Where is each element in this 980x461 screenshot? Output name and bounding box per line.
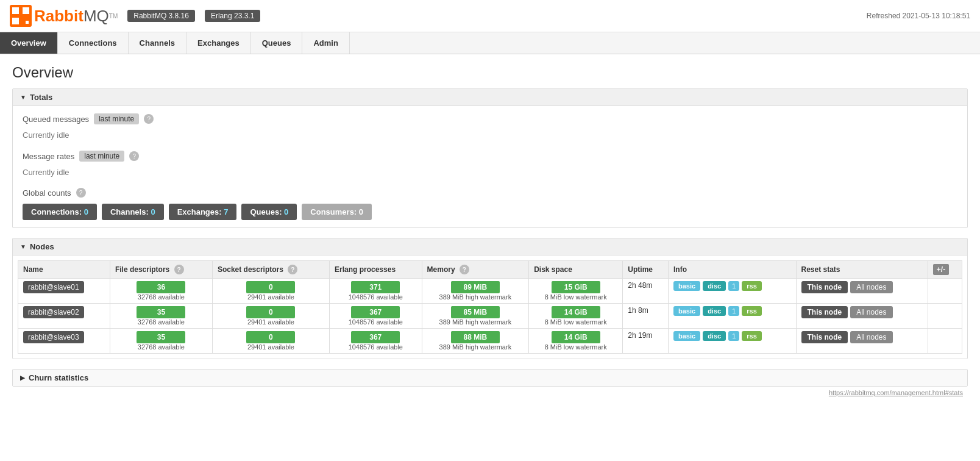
file-desc-cell-1: 35 32768 available (110, 304, 212, 329)
info-disc-0[interactable]: disc (703, 281, 726, 291)
info-basic-1[interactable]: basic (673, 306, 700, 316)
info-rss-0[interactable]: rss (742, 281, 762, 291)
message-rates-time-badge[interactable]: last minute (79, 151, 124, 162)
reset-this-node-btn-2[interactable]: This node (801, 331, 848, 343)
reset-cell-1: This node All nodes (796, 304, 928, 329)
logo: RabbitMQTM (10, 5, 118, 27)
uptime-val-2: 2h 19m (628, 331, 652, 340)
nodes-section-header[interactable]: ▼ Nodes (13, 238, 967, 256)
reset-btns-2: This node All nodes (801, 331, 923, 343)
info-num-2: 1 (728, 331, 739, 341)
reset-this-node-btn-0[interactable]: This node (801, 281, 848, 293)
nav-exchanges[interactable]: Exchanges (186, 32, 251, 54)
extra-cell-2 (928, 329, 962, 354)
churn-section-header[interactable]: ▶ Churn statistics (13, 370, 967, 386)
currently-idle-1: Currently idle (23, 130, 957, 140)
socket-desc-help[interactable]: ? (288, 265, 297, 274)
erlang-proc-val-1: 367 (351, 306, 400, 318)
info-disc-1[interactable]: disc (703, 306, 726, 316)
nav-channels[interactable]: Channels (129, 32, 187, 54)
connections-count-btn[interactable]: Connections: 0 (23, 204, 97, 220)
memory-watermark-0: 389 MiB high watermark (427, 293, 524, 301)
exchanges-val: 7 (224, 207, 228, 216)
page-title: Overview (12, 64, 968, 81)
top-bar: RabbitMQTM RabbitMQ 3.8.16 Erlang 23.3.1… (0, 0, 980, 32)
file-desc-avail-0: 32768 available (115, 293, 207, 301)
global-counts-help-icon[interactable]: ? (76, 188, 86, 198)
reset-cell-0: This node All nodes (796, 279, 928, 304)
col-info: Info (668, 261, 796, 279)
reset-all-nodes-btn-2[interactable]: All nodes (850, 331, 892, 343)
extra-cell-1 (928, 304, 962, 329)
message-rates-help-icon[interactable]: ? (129, 151, 139, 161)
totals-section-header[interactable]: ▼ Totals (13, 89, 967, 106)
queued-time-badge[interactable]: last minute (94, 113, 139, 124)
reset-all-nodes-btn-1[interactable]: All nodes (850, 306, 892, 318)
reset-this-node-btn-1[interactable]: This node (801, 306, 848, 318)
table-row: rabbit@slave02 35 32768 available 0 2940… (18, 304, 962, 329)
main-content: Overview ▼ Totals Queued messages last m… (0, 54, 980, 409)
socket-desc-cell-0: 0 29401 available (212, 279, 329, 304)
plus-minus-btn[interactable]: +/- (933, 264, 949, 275)
queued-messages-row: Queued messages last minute ? (23, 113, 957, 124)
nodes-table: Name File descriptors ? Socket descripto… (18, 260, 962, 354)
connections-val: 0 (84, 207, 88, 216)
file-desc-val-0: 36 (137, 281, 185, 293)
nodes-label: Nodes (30, 242, 54, 251)
channels-val: 0 (151, 207, 155, 216)
erlang-proc-avail-0: 1048576 available (335, 293, 417, 301)
col-erlang-proc: Erlang processes (330, 261, 422, 279)
memory-val-1: 85 MiB (451, 306, 500, 318)
node-name-1[interactable]: rabbit@slave02 (23, 306, 84, 318)
info-rss-1[interactable]: rss (742, 306, 762, 316)
erlang-proc-cell-1: 367 1048576 available (330, 304, 422, 329)
exchanges-count-btn[interactable]: Exchanges: 7 (169, 204, 237, 220)
erlang-proc-cell-2: 367 1048576 available (330, 329, 422, 354)
info-rss-2[interactable]: rss (742, 331, 762, 341)
info-cell-0: basic disc 1 rss (668, 279, 796, 304)
rabbitmq-version: RabbitMQ 3.8.16 (127, 10, 195, 22)
nav-admin[interactable]: Admin (302, 32, 349, 54)
info-badges-1: basic disc 1 rss (673, 306, 791, 316)
svg-rect-3 (12, 18, 19, 24)
footer-link[interactable]: https://rabbitmq.com/management.html#sta… (829, 389, 963, 396)
disk-watermark-2: 8 MiB low watermark (534, 343, 617, 351)
channels-count-btn[interactable]: Channels: 0 (102, 204, 164, 220)
queued-help-icon[interactable]: ? (144, 114, 154, 124)
col-uptime: Uptime (623, 261, 669, 279)
file-desc-help[interactable]: ? (174, 265, 184, 274)
queues-label: Queues: (250, 207, 282, 216)
uptime-val-0: 2h 48m (628, 281, 652, 290)
channels-label: Channels: (110, 207, 149, 216)
disk-cell-0: 15 GiB 8 MiB low watermark (529, 279, 623, 304)
queues-val: 0 (284, 207, 288, 216)
info-disc-2[interactable]: disc (703, 331, 726, 341)
queued-messages-label: Queued messages (23, 115, 89, 124)
disk-val-1: 14 GiB (552, 306, 600, 318)
node-name-2[interactable]: rabbit@slave03 (23, 331, 84, 343)
node-name-0[interactable]: rabbit@slave01 (23, 281, 84, 293)
disk-cell-2: 14 GiB 8 MiB low watermark (529, 329, 623, 354)
info-basic-0[interactable]: basic (673, 281, 700, 291)
node-name-cell-0: rabbit@slave01 (18, 279, 110, 304)
disk-watermark-0: 8 MiB low watermark (534, 293, 617, 301)
nav-overview[interactable]: Overview (0, 32, 58, 54)
main-nav: Overview Connections Channels Exchanges … (0, 32, 980, 54)
memory-help[interactable]: ? (460, 265, 469, 274)
queues-count-btn[interactable]: Queues: 0 (241, 204, 297, 220)
nav-queues[interactable]: Queues (251, 32, 303, 54)
uptime-val-1: 1h 8m (628, 306, 648, 315)
logo-mq: MQ (83, 7, 109, 26)
totals-section: ▼ Totals Queued messages last minute ? C… (12, 88, 968, 228)
nav-connections[interactable]: Connections (58, 32, 129, 54)
reset-all-nodes-btn-0[interactable]: All nodes (850, 281, 892, 293)
table-row: rabbit@slave03 35 32768 available 0 2940… (18, 329, 962, 354)
info-basic-2[interactable]: basic (673, 331, 700, 341)
socket-desc-avail-1: 29401 available (218, 318, 324, 326)
node-name-cell-1: rabbit@slave02 (18, 304, 110, 329)
table-row: rabbit@slave01 36 32768 available 0 2940… (18, 279, 962, 304)
erlang-proc-val-0: 371 (351, 281, 400, 293)
consumers-count-btn[interactable]: Consumers: 0 (302, 204, 372, 220)
memory-cell-2: 88 MiB 389 MiB high watermark (422, 329, 529, 354)
info-badges-0: basic disc 1 rss (673, 281, 791, 291)
